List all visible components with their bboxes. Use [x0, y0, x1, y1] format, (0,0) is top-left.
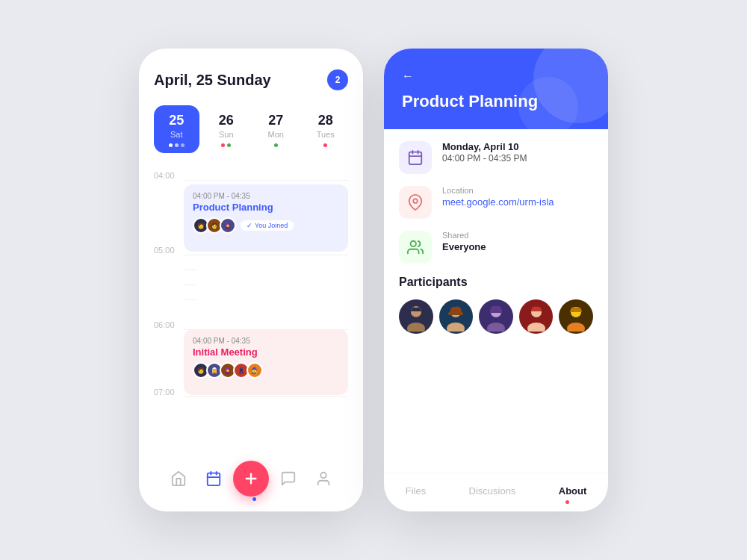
participants-avatars	[399, 299, 593, 334]
event-title-im: Initial Meeting	[193, 346, 339, 358]
nav-home[interactable]	[164, 464, 193, 494]
svg-rect-7	[409, 152, 422, 165]
detail-time: 04:00 PM - 04:35 PM	[442, 153, 527, 164]
date-num-25: 25	[169, 113, 184, 128]
participants-section: Participants	[399, 276, 593, 334]
svg-rect-0	[207, 473, 220, 486]
detail-label-location: Location	[442, 186, 554, 195]
bottom-nav	[154, 449, 348, 511]
svg-point-6	[320, 473, 326, 478]
back-button[interactable]: ←	[402, 69, 590, 83]
event-time-pp: 04:00 PM - 04:35	[193, 192, 339, 200]
joined-label: You Joined	[255, 222, 288, 229]
event-title-pp: Product Planning	[193, 202, 339, 213]
time-label-0700: 07:00	[154, 388, 175, 396]
date-item-26[interactable]: 26 Sun	[204, 105, 249, 153]
detail-icon-shared	[399, 231, 432, 264]
date-day-28: Tues	[317, 130, 335, 139]
right-phone: ← Product Planning Monday, April 10 04:0…	[384, 49, 608, 511]
detail-icon-datetime	[399, 141, 432, 174]
time-label-0400: 04:00	[154, 171, 175, 180]
time-label-0600: 06:00	[154, 320, 175, 329]
dot	[175, 143, 179, 147]
detail-value-location[interactable]: meet.google.com/urm-isla	[442, 196, 554, 208]
tab-discussions[interactable]: Discusions	[469, 485, 516, 497]
dot	[323, 143, 327, 147]
detail-text-datetime: Monday, April 10 04:00 PM - 04:35 PM	[442, 141, 527, 164]
right-header: ← Product Planning	[384, 49, 608, 129]
date-item-27[interactable]: 27 Mon	[253, 105, 299, 153]
schedule: 04:00 05:00 06:00 07:00 04:00 PM - 04:35…	[154, 171, 348, 449]
detail-label-shared: Shared	[442, 231, 486, 240]
tab-active-dot	[565, 500, 569, 504]
participant-avatar-5[interactable]	[559, 299, 593, 334]
date-dots-28	[323, 143, 327, 147]
participant-avatar-3[interactable]	[479, 299, 513, 334]
left-header: April, 25 Sunday 2	[154, 69, 348, 90]
time-sub-divider	[184, 284, 196, 285]
detail-row-location: Location meet.google.com/urm-isla	[399, 186, 593, 219]
notification-badge[interactable]: 2	[327, 69, 348, 90]
dot	[274, 143, 278, 147]
page-title: April, 25 Sunday	[154, 72, 271, 89]
detail-row-datetime: Monday, April 10 04:00 PM - 04:35 PM	[399, 141, 593, 174]
participants-title: Participants	[399, 276, 593, 289]
detail-title: Product Planning	[402, 92, 590, 111]
dot	[181, 143, 185, 147]
nav-add-button[interactable]	[233, 461, 269, 497]
participant-avatar-1[interactable]	[399, 299, 433, 334]
avatar-im-5: 🧙	[247, 362, 263, 379]
tab-about[interactable]: About	[559, 485, 587, 497]
detail-icon-location	[399, 186, 432, 219]
nav-active-dot	[252, 497, 256, 501]
participant-avatar-4[interactable]	[519, 299, 554, 334]
date-day-27: Mon	[268, 130, 284, 139]
dot	[169, 143, 173, 147]
event-footer-im: 🧑 🧝 🧕 🦹 🧙	[193, 362, 339, 379]
time-sub-divider	[184, 299, 196, 300]
date-dots-27	[274, 143, 278, 147]
dot	[227, 143, 231, 147]
avatar-pp-3: 🧕	[220, 217, 236, 234]
dot	[221, 143, 225, 147]
date-day-26: Sun	[219, 130, 234, 139]
date-num-26: 26	[219, 113, 234, 128]
date-item-25[interactable]: 25 Sat	[154, 105, 199, 153]
participant-avatar-2[interactable]	[439, 299, 474, 334]
date-day-25: Sat	[170, 130, 183, 139]
svg-point-11	[413, 199, 418, 203]
avatar-group-im: 🧑 🧝 🧕 🦹 🧙	[193, 362, 263, 379]
bottom-tabs: Files Discusions About	[384, 473, 608, 511]
event-initial-meeting[interactable]: 04:00 PM - 04:35 Initial Meeting 🧑 🧝 🧕 🦹…	[184, 329, 348, 395]
nav-calendar[interactable]	[199, 464, 229, 494]
event-time-im: 04:00 PM - 04:35	[193, 337, 339, 345]
detail-value-shared: Everyone	[442, 241, 486, 252]
time-sub-divider	[184, 270, 196, 270]
joined-badge: ✓ You Joined	[241, 220, 294, 231]
avatar-group-pp: 🧑 👩 🧕	[193, 217, 236, 234]
detail-text-location: Location meet.google.com/urm-isla	[442, 186, 554, 208]
time-divider-0400	[184, 180, 348, 181]
right-body: Monday, April 10 04:00 PM - 04:35 PM Loc…	[384, 129, 608, 473]
date-num-28: 28	[318, 113, 333, 128]
svg-rect-20	[448, 312, 463, 315]
detail-row-shared: Shared Everyone	[399, 231, 593, 264]
time-label-0500: 05:00	[154, 246, 175, 255]
time-divider-0700	[184, 396, 348, 397]
event-product-planning[interactable]: 04:00 PM - 04:35 Product Planning 🧑 👩 🧕 …	[184, 184, 348, 252]
svg-point-12	[411, 241, 416, 246]
time-divider-0500	[184, 255, 348, 255]
nav-profile[interactable]	[309, 464, 338, 494]
date-dots-25	[169, 143, 185, 147]
date-dots-26	[221, 143, 231, 147]
date-item-28[interactable]: 28 Tues	[303, 105, 349, 153]
date-num-27: 27	[268, 113, 283, 128]
detail-date: Monday, April 10	[442, 141, 527, 152]
nav-chat[interactable]	[273, 464, 303, 494]
check-icon: ✓	[247, 222, 252, 229]
detail-text-shared: Shared Everyone	[442, 231, 486, 252]
event-footer-pp: 🧑 👩 🧕 ✓ You Joined	[193, 217, 339, 234]
left-phone: April, 25 Sunday 2 25 Sat 26 Sun	[139, 49, 363, 511]
date-strip: 25 Sat 26 Sun 27 Mon	[154, 105, 348, 153]
tab-files[interactable]: Files	[406, 485, 426, 497]
